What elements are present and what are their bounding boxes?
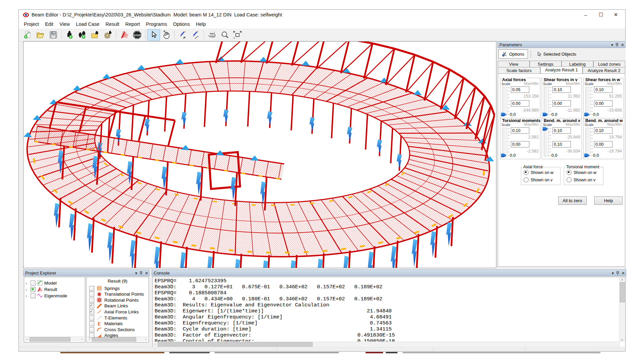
new-model-button[interactable] xyxy=(21,29,34,41)
tree-item-model[interactable]: ›Model xyxy=(25,280,57,286)
open-load-case-button[interactable] xyxy=(89,29,102,41)
maximize-button[interactable]: ☐ xyxy=(594,10,608,20)
load-settings-button[interactable] xyxy=(102,29,114,41)
fit-view-button[interactable] xyxy=(231,29,244,41)
draw-beam-button[interactable] xyxy=(176,29,189,41)
add-load-button[interactable] xyxy=(63,29,76,41)
help-button[interactable]: Help xyxy=(594,196,623,205)
scale-min-input[interactable] xyxy=(594,100,612,107)
project-explorer-header[interactable]: Project Explorer ▾ ✕ xyxy=(23,269,150,276)
menu-options[interactable]: Options xyxy=(170,20,193,28)
zoom-tool-button[interactable] xyxy=(218,29,231,41)
tab-load-zones[interactable]: Load zones xyxy=(593,61,625,67)
scale-slider-track[interactable] xyxy=(544,128,549,157)
panel-close-icon[interactable]: ✕ xyxy=(622,270,625,277)
scale-min-input[interactable] xyxy=(594,141,612,147)
tree-checkbox[interactable] xyxy=(31,281,36,286)
scale-slider-track[interactable] xyxy=(585,128,590,157)
list-checkbox[interactable] xyxy=(89,286,94,291)
menu-edit[interactable]: Edit xyxy=(42,20,56,28)
tree-item-result[interactable]: ›Result xyxy=(25,286,57,292)
panel-menu-icon[interactable]: ▾ xyxy=(612,270,614,277)
tab-view[interactable]: View xyxy=(498,61,530,67)
list-checkbox[interactable] xyxy=(89,327,94,332)
list-checkbox[interactable] xyxy=(89,292,94,297)
tab-analyze-result-1[interactable]: Analyze Result 1 xyxy=(540,66,583,73)
list-item-beam-links[interactable]: Beam Links xyxy=(89,303,128,309)
tab-selected-objects[interactable]: Selected Objects xyxy=(534,50,580,58)
scale-max-input[interactable] xyxy=(594,127,612,134)
list-item-materials[interactable]: EMaterials xyxy=(89,321,123,327)
scale-slider-track[interactable] xyxy=(502,87,507,116)
console-output[interactable]: EPSPRQ= 1.6247523395Beam3D: 3 0.127E+01 … xyxy=(152,277,626,347)
tab-options[interactable]: Options xyxy=(498,49,528,59)
stop-button[interactable]: STOP xyxy=(131,29,144,41)
list-item-t-elements[interactable]: T-Elements xyxy=(89,315,127,321)
select-tool-button[interactable] xyxy=(147,29,160,41)
list-checkbox[interactable] xyxy=(89,315,94,320)
scale-max-input[interactable] xyxy=(552,127,571,134)
menu-load-case[interactable]: Load Case xyxy=(73,20,102,28)
close-button[interactable]: ✕ xyxy=(608,10,623,20)
scale-max-input[interactable] xyxy=(594,86,612,93)
panel-close-icon[interactable]: ✕ xyxy=(621,42,624,48)
menu-programs[interactable]: Programs xyxy=(143,20,170,28)
scale-slider-track[interactable] xyxy=(502,128,507,157)
list-checkbox[interactable] xyxy=(89,309,94,314)
radio-shown-on-w[interactable]: Shown on w xyxy=(524,170,553,175)
menu-help[interactable]: Help xyxy=(193,20,209,28)
tree-checkbox[interactable] xyxy=(31,293,36,298)
list-item-rotational-points[interactable]: Rotational Points xyxy=(89,297,139,303)
list-checkbox[interactable] xyxy=(89,321,94,326)
menu-result[interactable]: Result xyxy=(102,20,122,28)
scale-min-input[interactable] xyxy=(511,100,529,107)
panel-close-icon[interactable]: ✕ xyxy=(145,270,148,277)
radio-shown-on-v[interactable]: Shown on v xyxy=(524,177,552,182)
expander-icon[interactable]: › xyxy=(25,287,29,292)
pin-icon[interactable] xyxy=(140,271,143,275)
tab-scale-factors[interactable]: Scale factors xyxy=(498,67,540,73)
panel-menu-icon[interactable]: ▾ xyxy=(611,42,613,48)
scale-min-input[interactable] xyxy=(552,141,571,147)
list-item-springs[interactable]: Springs xyxy=(89,285,120,291)
add-point-loads-button[interactable] xyxy=(76,29,89,41)
project-tree[interactable]: ‹› ›Model›Result›Eigenmode xyxy=(24,277,85,343)
list-checkbox[interactable] xyxy=(89,303,94,308)
pan-tool-button[interactable] xyxy=(160,29,173,41)
menu-report[interactable]: Report xyxy=(122,20,143,28)
list-item-axial-force-links[interactable]: Axial Force Links xyxy=(89,309,139,315)
console-hscrollbar[interactable]: ‹ xyxy=(153,342,620,347)
parameters-panel-header[interactable]: Parameters ▾ ✕ xyxy=(497,41,626,48)
save-button[interactable] xyxy=(47,29,60,41)
console-header[interactable]: Console ▾ ✕ xyxy=(152,269,626,276)
pin-icon[interactable] xyxy=(615,43,619,47)
scale-max-input[interactable] xyxy=(552,86,571,93)
pin-icon[interactable] xyxy=(616,271,619,275)
expander-icon[interactable]: › xyxy=(25,293,29,299)
list-item-angles[interactable]: Angles xyxy=(89,333,118,339)
scale-max-input[interactable] xyxy=(511,86,529,93)
scale-slider-track[interactable] xyxy=(544,87,549,116)
show-results-button[interactable] xyxy=(118,29,131,41)
orbit-view-button[interactable] xyxy=(206,29,218,41)
minimize-button[interactable]: – xyxy=(578,10,593,20)
menu-view[interactable]: View xyxy=(56,20,73,28)
open-project-button[interactable] xyxy=(34,29,47,41)
list-item-cross-sections[interactable]: Cross Sections xyxy=(89,326,135,333)
panel-menu-icon[interactable]: ▾ xyxy=(135,270,137,277)
list-checkbox[interactable] xyxy=(89,298,94,303)
list-item-translational-points[interactable]: Translational Points xyxy=(89,291,144,297)
scale-min-input[interactable] xyxy=(552,100,571,107)
draw-link-button[interactable] xyxy=(189,29,202,41)
tree-hscrollbar[interactable]: ‹› xyxy=(25,337,84,342)
model-viewport[interactable] xyxy=(23,41,496,268)
expander-icon[interactable]: › xyxy=(25,280,29,286)
result-visibility-list[interactable]: Result (9) ‹› SpringsTranslational Point… xyxy=(86,277,149,343)
scale-min-input[interactable] xyxy=(511,141,529,147)
tree-item-eigenmode[interactable]: ›Eigenmode xyxy=(25,293,67,299)
console-vscrollbar[interactable]: ˄˅ xyxy=(619,278,625,342)
scale-max-input[interactable] xyxy=(511,127,529,134)
menu-project[interactable]: Project xyxy=(21,20,42,28)
radio-shown-on-w[interactable]: Shown on w xyxy=(567,170,596,175)
scale-slider-track[interactable] xyxy=(585,87,590,116)
